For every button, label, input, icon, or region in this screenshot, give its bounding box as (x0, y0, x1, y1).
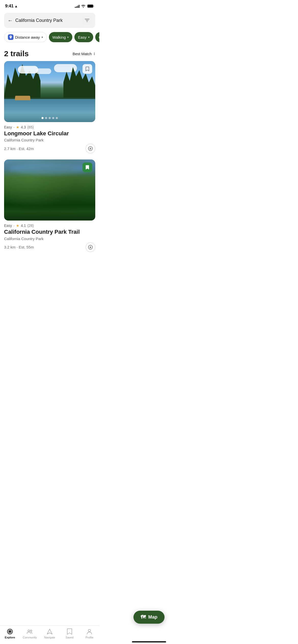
cloud-decoration-2 (36, 68, 51, 74)
difficulty-chip-chevron: ▾ (88, 36, 90, 39)
search-query: California Country Park (15, 18, 80, 23)
back-button[interactable]: ← (8, 18, 13, 23)
difficulty-filter-chip[interactable]: Easy ▾ (74, 32, 93, 42)
trail-info-2: Easy · ★ 4.1 (28) California Country Par… (0, 221, 99, 253)
trail-reviews-1: (65) (27, 125, 34, 129)
carousel-dot (56, 117, 58, 119)
svg-rect-1 (88, 5, 93, 8)
carousel-dots-1 (42, 117, 58, 119)
trail-info-1: Easy · ★ 4.3 (65) Longmoor Lake Circular… (0, 122, 99, 154)
walking-chip-label: Walking (52, 35, 66, 39)
signal-icon (75, 4, 79, 8)
distance-filter-chip[interactable]: Distance away ▾ (4, 32, 47, 42)
download-button-1[interactable] (86, 144, 95, 153)
bookmark-button-1[interactable] (83, 64, 92, 74)
carousel-dot (42, 117, 44, 119)
trail-card-1[interactable]: Easy · ★ 4.3 (65) Longmoor Lake Circular… (0, 61, 99, 154)
trail-image-1-container (4, 61, 95, 122)
trail-stats-2: 3.2 km · Est. 55m (4, 242, 95, 252)
pier-decoration (15, 96, 31, 100)
svg-point-5 (10, 36, 11, 37)
distance-chip-chevron: ▾ (42, 36, 43, 39)
search-bar-container: ← California Country Park (0, 11, 99, 31)
trail-name-1[interactable]: Longmoor Lake Circular (4, 130, 95, 137)
trail-image-2 (4, 159, 95, 221)
trail-image-1 (4, 61, 95, 122)
distance-km-chip-label: 0 km (99, 35, 99, 39)
trail-image-2-container (4, 159, 95, 221)
bookmark-button-2[interactable] (83, 163, 92, 172)
difficulty-chip-label: Easy (78, 35, 86, 39)
trail-location-2: California Country Park (4, 237, 95, 241)
wifi-icon (81, 4, 86, 8)
download-button-2[interactable] (86, 242, 95, 252)
sort-arrows-icon: ↕ (93, 51, 95, 56)
separator: · (13, 224, 15, 228)
trail-difficulty-2: Easy (4, 224, 12, 228)
trail-rating-1: 4.3 (21, 125, 26, 129)
trail-location-1: California Country Park (4, 138, 95, 142)
filter-button[interactable] (83, 16, 92, 25)
distance-chip-label: Distance away (15, 35, 40, 39)
trail-distance-time-1: 2.7 km · Est. 42m (4, 147, 34, 151)
status-bar: 9:41 ▲ (0, 0, 99, 11)
carousel-dot (52, 117, 54, 119)
distance-km-filter-chip[interactable]: 0 km ▾ (95, 32, 99, 42)
trail-reviews-2: (28) (27, 224, 34, 228)
trail-meta-2: Easy · ★ 4.1 (28) (4, 224, 95, 228)
trails-count: 2 trails (4, 49, 29, 58)
status-icons (75, 4, 94, 8)
star-icon-2: ★ (16, 224, 19, 228)
battery-icon (87, 4, 94, 8)
search-bar[interactable]: ← California Country Park (4, 13, 95, 28)
trail-distance-time-2: 3.2 km · Est. 55m (4, 245, 34, 249)
filter-chips-row: Distance away ▾ Walking ▾ Easy ▾ 0 km ▾ (0, 31, 99, 45)
location-arrow-icon: ▲ (15, 4, 18, 8)
trail-name-2[interactable]: California Country Park Trail (4, 229, 95, 235)
trail-difficulty-1: Easy (4, 125, 12, 129)
sort-label: Best Match (73, 52, 92, 56)
cloud-decoration-1 (18, 66, 38, 74)
walking-chip-chevron: ▾ (67, 36, 69, 39)
status-time: 9:41 (5, 4, 13, 9)
trail-rating-2: 4.1 (21, 224, 26, 228)
trail-card-2[interactable]: Easy · ★ 4.1 (28) California Country Par… (0, 159, 99, 253)
sort-button[interactable]: Best Match ↕ (73, 51, 95, 56)
cloud-decoration-3 (54, 64, 77, 72)
separator: · (13, 125, 15, 129)
carousel-dot (49, 117, 51, 119)
results-header: 2 trails Best Match ↕ (0, 45, 99, 61)
walking-filter-chip[interactable]: Walking ▾ (49, 32, 73, 42)
trail-meta-1: Easy · ★ 4.3 (65) (4, 125, 95, 129)
carousel-dot (45, 117, 47, 119)
trail-stats-1: 2.7 km · Est. 42m (4, 144, 95, 153)
star-icon-1: ★ (16, 125, 19, 129)
distance-chip-icon (8, 34, 13, 40)
